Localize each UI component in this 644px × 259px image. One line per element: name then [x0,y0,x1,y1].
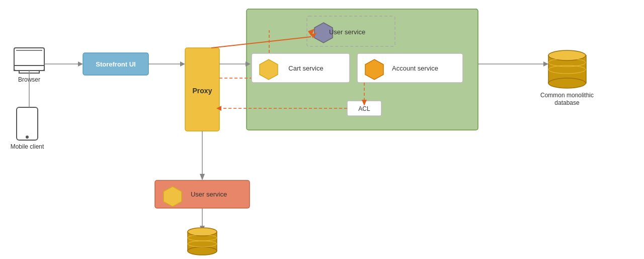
user-service-bottom-label: User service [191,190,227,198]
db-bottom-bottom [188,247,217,255]
storefront-label: Storefront UI [96,60,135,68]
browser-screen [14,48,44,71]
diagram-container: Browser Mobile client Storefront UI Prox… [0,0,644,259]
mobile-label: Mobile client [11,143,44,150]
mobile-button [26,136,29,139]
user-service-top-label: User service [329,28,365,36]
db-right-top [548,50,586,60]
db-right-bottom [548,78,586,88]
cart-service-label: Cart service [288,64,323,72]
sf-proxy-arrow [180,61,185,67]
green-db-arrow [543,61,548,67]
mobile-outline [17,107,38,140]
acl-label: ACL [358,105,370,112]
browser-sf-arrow [78,61,83,67]
browser-base1 [14,66,44,71]
db-right-label2: database [554,99,580,106]
proxy-down-arrow [200,174,205,180]
account-service-label: Account service [392,64,438,72]
db-right-label1: Common monolithic [540,92,594,99]
proxy-label: Proxy [193,87,212,95]
